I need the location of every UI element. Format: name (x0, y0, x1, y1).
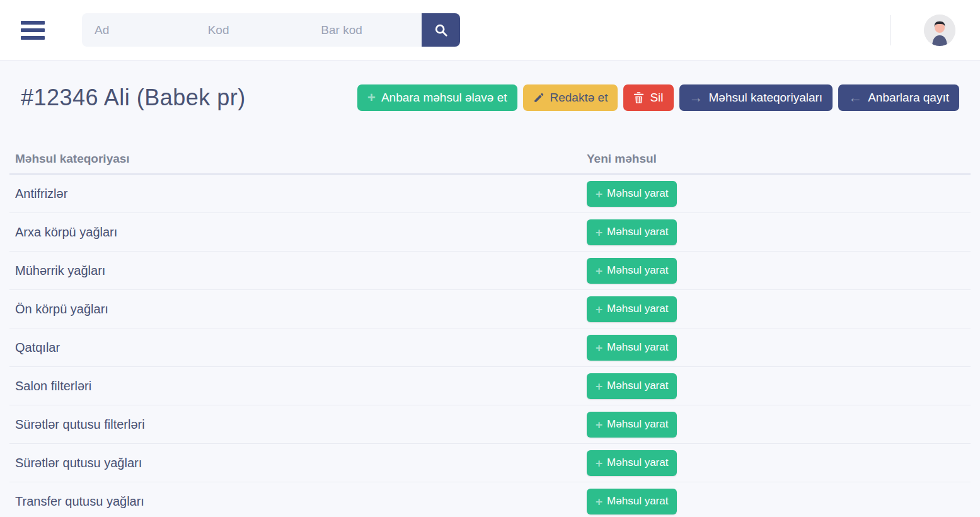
search-code-input[interactable] (195, 23, 309, 37)
top-navigation-bar (0, 0, 980, 61)
categories-table: Məhsul kateqoriyası Yeni məhsul Antifriz… (9, 144, 971, 517)
product-categories-button[interactable]: → Məhsul kateqoriyaları (679, 84, 833, 111)
plus-icon: + (596, 342, 602, 354)
table-row: Qatqılar + Məhsul yarat (9, 328, 971, 367)
row-action-cell: + Məhsul yarat (587, 219, 677, 245)
category-name: Sürətlər qutusu filterləri (9, 417, 587, 432)
create-product-label: Məhsul yarat (607, 456, 668, 469)
search-name-input[interactable] (82, 23, 195, 37)
create-product-label: Məhsul yarat (607, 303, 668, 315)
table-row: Sürətlər qutusu yağları + Məhsul yarat (9, 444, 971, 482)
add-product-to-warehouse-button[interactable]: + Anbara məhsul əlavə et (357, 84, 517, 111)
product-categories-label: Məhsul kateqoriyaları (709, 91, 823, 105)
table-row: Arxa körpü yağları + Məhsul yarat (9, 213, 971, 252)
create-product-label: Məhsul yarat (607, 226, 668, 238)
user-avatar[interactable] (924, 15, 955, 46)
create-product-label: Məhsul yarat (607, 264, 668, 277)
add-product-label: Anbara məhsul əlavə et (381, 91, 507, 105)
delete-button[interactable]: Sil (623, 84, 673, 111)
search-barcode-input[interactable] (308, 23, 422, 37)
plus-icon: + (596, 226, 602, 238)
delete-label: Sil (650, 91, 663, 105)
search-button[interactable] (422, 13, 460, 47)
table-header-row: Məhsul kateqoriyası Yeni məhsul (9, 144, 971, 175)
row-action-cell: + Məhsul yarat (587, 335, 677, 361)
category-name: Antifrizlər (9, 187, 587, 201)
category-name: Mühərrik yağları (9, 264, 587, 278)
search-bar (82, 13, 460, 47)
edit-button[interactable]: Redaktə et (523, 84, 618, 111)
create-product-button[interactable]: + Məhsul yarat (587, 181, 677, 207)
action-buttons: + Anbara məhsul əlavə et Redaktə et Sil … (357, 84, 959, 111)
table-row: Mühərrik yağları + Məhsul yarat (9, 252, 971, 290)
arrow-right-icon: → (689, 91, 703, 105)
category-name: Transfer qutusu yağları (9, 494, 587, 509)
table-row: Transfer qutusu yağları + Məhsul yarat (9, 482, 971, 517)
plus-icon: + (596, 188, 602, 200)
plus-icon: + (596, 457, 602, 469)
table-row: Antifrizlər + Məhsul yarat (9, 175, 971, 213)
create-product-button[interactable]: + Məhsul yarat (587, 258, 677, 284)
plus-icon: + (596, 419, 602, 431)
search-icon (434, 23, 448, 37)
row-action-cell: + Məhsul yarat (587, 181, 677, 207)
row-action-cell: + Məhsul yarat (587, 258, 677, 284)
table-row: Ön körpü yağları + Məhsul yarat (9, 290, 971, 328)
row-action-cell: + Məhsul yarat (587, 373, 677, 399)
page-header: #12346 Ali (Babek pr) + Anbara məhsul əl… (21, 82, 959, 113)
create-product-button[interactable]: + Məhsul yarat (587, 489, 677, 514)
category-name: Sürətlər qutusu yağları (9, 456, 587, 470)
back-to-warehouses-button[interactable]: ← Anbarlara qayıt (838, 84, 959, 111)
back-to-warehouses-label: Anbarlara qayıt (868, 91, 949, 105)
create-product-button[interactable]: + Məhsul yarat (587, 373, 677, 399)
row-action-cell: + Məhsul yarat (587, 450, 677, 476)
edit-label: Redaktə et (550, 91, 608, 105)
avatar-person-icon (924, 15, 955, 46)
column-header-new-product: Yeni məhsul (587, 152, 657, 166)
create-product-label: Məhsul yarat (607, 380, 668, 392)
pencil-icon (533, 92, 545, 103)
category-name: Salon filterləri (9, 379, 587, 393)
row-action-cell: + Məhsul yarat (587, 296, 677, 322)
search-fields (82, 13, 422, 47)
arrow-left-icon: ← (848, 91, 862, 105)
trash-icon (633, 92, 644, 103)
create-product-button[interactable]: + Məhsul yarat (587, 219, 677, 245)
create-product-label: Məhsul yarat (607, 418, 668, 431)
row-action-cell: + Məhsul yarat (587, 489, 677, 514)
create-product-button[interactable]: + Məhsul yarat (587, 412, 677, 438)
plus-icon: + (596, 496, 602, 508)
create-product-label: Məhsul yarat (607, 341, 668, 354)
plus-icon: + (596, 303, 602, 315)
create-product-label: Məhsul yarat (607, 495, 668, 508)
create-product-button[interactable]: + Məhsul yarat (587, 450, 677, 476)
column-header-category: Məhsul kateqoriyası (9, 152, 587, 166)
create-product-label: Məhsul yarat (607, 187, 668, 200)
vertical-divider (890, 15, 891, 45)
create-product-button[interactable]: + Məhsul yarat (587, 296, 677, 322)
page-title: #12346 Ali (Babek pr) (21, 82, 246, 113)
plus-icon: + (367, 91, 376, 105)
hamburger-menu-icon[interactable] (21, 21, 45, 40)
table-body: Antifrizlər + Məhsul yarat Arxa körpü ya… (9, 175, 971, 517)
row-action-cell: + Məhsul yarat (587, 412, 677, 438)
table-row: Sürətlər qutusu filterləri + Məhsul yara… (9, 405, 971, 444)
plus-icon: + (596, 265, 602, 277)
create-product-button[interactable]: + Məhsul yarat (587, 335, 677, 361)
plus-icon: + (596, 380, 602, 392)
topbar-right-section (890, 0, 980, 61)
category-name: Qatqılar (9, 340, 587, 355)
category-name: Arxa körpü yağları (9, 225, 587, 240)
category-name: Ön körpü yağları (9, 302, 587, 317)
table-row: Salon filterləri + Məhsul yarat (9, 367, 971, 405)
